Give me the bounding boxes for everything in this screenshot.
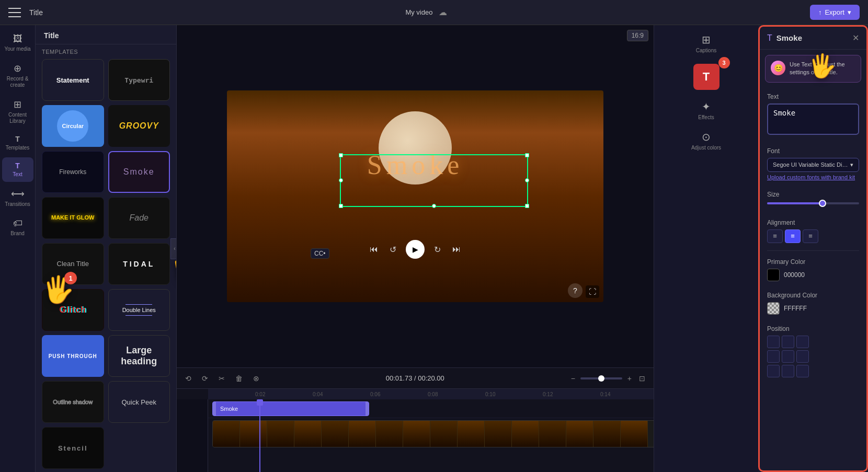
template-card-circular[interactable]: Circular: [42, 105, 104, 147]
slider-thumb[interactable]: [819, 200, 826, 207]
template-card-typewriter[interactable]: Typewri: [108, 59, 170, 101]
pos-mid-right[interactable]: [796, 350, 809, 363]
template-card-quickpeek[interactable]: Quick Peek: [108, 381, 170, 423]
pos-top-left[interactable]: [767, 336, 780, 348]
sidebar-label-content: Content Library: [4, 112, 31, 124]
collapse-panel-button[interactable]: ‹: [170, 238, 177, 259]
zoom-slider[interactable]: [580, 377, 622, 379]
sidebar-item-transitions[interactable]: ⟷ Transitions: [2, 184, 33, 212]
pos-bot-left[interactable]: [767, 365, 780, 377]
zoom-out-button[interactable]: −: [569, 372, 577, 385]
sidebar-item-text[interactable]: T Text: [2, 157, 33, 182]
delete-button[interactable]: 🗑: [233, 372, 245, 385]
cut-button[interactable]: ✂: [216, 372, 227, 385]
template-card-smoke[interactable]: Smoke Add to timeline: [108, 151, 170, 193]
template-card-statement[interactable]: Statement: [42, 59, 104, 101]
upload-fonts-link[interactable]: Upload custom fonts with brand kit: [767, 174, 859, 180]
sidebar-item-templates[interactable]: T Templates: [2, 131, 33, 155]
right-item-adjust[interactable]: ⊙ Adjust colors: [686, 126, 727, 155]
sidebar-item-brand[interactable]: 🏷 Brand: [2, 214, 33, 241]
template-card-groovy[interactable]: GROOVY: [108, 105, 170, 147]
content-icon: ⊞: [14, 99, 21, 110]
video-name[interactable]: My video: [405, 8, 432, 16]
card-label-clean: Clean Title: [57, 260, 89, 268]
redo-button[interactable]: ⟳: [200, 372, 210, 385]
settings-close-button[interactable]: ✕: [852, 33, 859, 43]
text-input[interactable]: Smoke: [767, 103, 859, 135]
sidebar-item-your-media[interactable]: 🖼 Your media: [2, 29, 33, 56]
pos-top-right[interactable]: [796, 336, 809, 348]
left-sidebar: 🖼 Your media ⊕ Record & create ⊞ Content…: [0, 25, 36, 472]
card-label-typewriter: Typewri: [122, 74, 155, 86]
canvas-wrapper: 16:9 Smoke ?: [177, 25, 654, 367]
template-card-pushthrough[interactable]: PUSH THROUGH: [42, 335, 104, 377]
templates-icon: T: [15, 135, 20, 143]
fullscreen-button[interactable]: ⛶: [586, 285, 599, 298]
settings-text-icon: T: [767, 33, 772, 43]
timeline-clip-video[interactable]: [212, 420, 654, 447]
pos-top-center[interactable]: [782, 336, 794, 348]
right-item-effects[interactable]: ✦ Effects: [686, 96, 727, 124]
template-card-glow[interactable]: MAKE IT GLOW: [42, 197, 104, 239]
template-card-clean[interactable]: Clean Title: [42, 243, 104, 285]
clip-smoke-label: Smoke: [216, 406, 242, 412]
card-label-groovy: GROOVY: [119, 121, 159, 131]
template-card-glitch[interactable]: Glitch: [42, 289, 104, 331]
font-value: Segoe UI Variable Static Display Semibol…: [773, 162, 850, 168]
play-button[interactable]: ▶: [406, 240, 425, 259]
clip-handle-right[interactable]: [366, 402, 369, 416]
pos-mid-left[interactable]: [767, 350, 780, 363]
timeline-clip-smoke[interactable]: Smoke: [212, 401, 369, 416]
cc-button[interactable]: CC•: [311, 248, 329, 259]
pos-mid-center[interactable]: [782, 350, 794, 363]
card-label-fireworks: Fireworks: [59, 168, 86, 176]
timeline-ruler: 0:02 0:04 0:06 0:08 0:10 0:12 0:14: [208, 389, 654, 399]
save-icon[interactable]: ☁: [439, 7, 447, 17]
filmstrip-frame-14: [566, 421, 593, 447]
export-button[interactable]: ↑ Export ▾: [810, 5, 860, 20]
size-slider-container[interactable]: [767, 202, 859, 204]
skip-forward-button[interactable]: ⏭: [450, 243, 463, 256]
menu-button[interactable]: [8, 6, 21, 19]
align-left-button[interactable]: ≡: [767, 229, 783, 243]
template-card-stencil[interactable]: Stencil: [42, 427, 104, 469]
zoom-in-button[interactable]: +: [625, 372, 634, 385]
right-item-text[interactable]: T 3: [686, 60, 727, 94]
template-card-outline[interactable]: Outline shadow: [42, 381, 104, 423]
page-title: Title: [29, 8, 43, 17]
card-circular-inner: Circular: [57, 110, 88, 142]
info-banner-text: Use Text to adjust the settings of the t…: [790, 61, 855, 77]
video-canvas[interactable]: Smoke ? ⛶: [227, 90, 603, 302]
template-card-tidal[interactable]: TIDAL: [108, 243, 170, 285]
background-color-swatch[interactable]: [767, 302, 780, 315]
alignment-buttons: ≡ ≡ ≡: [767, 229, 859, 243]
pos-bot-center[interactable]: [782, 365, 794, 377]
templates-section: Templates Statement Typewri Circular: [36, 44, 176, 472]
info-banner: 😊 Use Text to adjust the settings of the…: [765, 55, 861, 83]
forward-button[interactable]: ↻: [432, 243, 443, 257]
sidebar-item-content[interactable]: ⊞ Content Library: [2, 95, 33, 129]
split-button[interactable]: ⊗: [251, 372, 261, 385]
right-label-adjust: Adjust colors: [691, 145, 721, 151]
fit-button[interactable]: ⊡: [637, 372, 647, 385]
primary-color-group: Primary Color 000000: [760, 253, 866, 286]
title-panel: Title Templates Statement Typewri Circul…: [36, 25, 177, 472]
help-button[interactable]: ?: [568, 283, 583, 298]
zoom-thumb[interactable]: [598, 375, 604, 382]
pos-bot-right[interactable]: [796, 365, 809, 377]
primary-color-swatch[interactable]: [767, 269, 780, 281]
template-card-largeheading[interactable]: Large heading: [108, 335, 170, 377]
align-right-button[interactable]: ≡: [803, 229, 818, 243]
doublelines-inner: Double Lines: [122, 304, 156, 316]
template-card-doublelines[interactable]: Double Lines: [108, 289, 170, 331]
font-selector[interactable]: Segoe UI Variable Static Display Semibol…: [767, 158, 859, 172]
template-card-fade[interactable]: Fade: [108, 197, 170, 239]
replay-button[interactable]: ↺: [387, 243, 398, 257]
align-center-button[interactable]: ≡: [785, 229, 801, 243]
timeline-time-display: 00:01.73 / 00:20.00: [268, 374, 563, 382]
right-item-captions[interactable]: ⊞ Captions: [686, 29, 727, 57]
skip-back-button[interactable]: ⏮: [368, 243, 380, 256]
template-card-fireworks[interactable]: Fireworks: [42, 151, 104, 193]
undo-button[interactable]: ⟲: [183, 372, 193, 385]
sidebar-item-record[interactable]: ⊕ Record & create: [2, 59, 33, 93]
